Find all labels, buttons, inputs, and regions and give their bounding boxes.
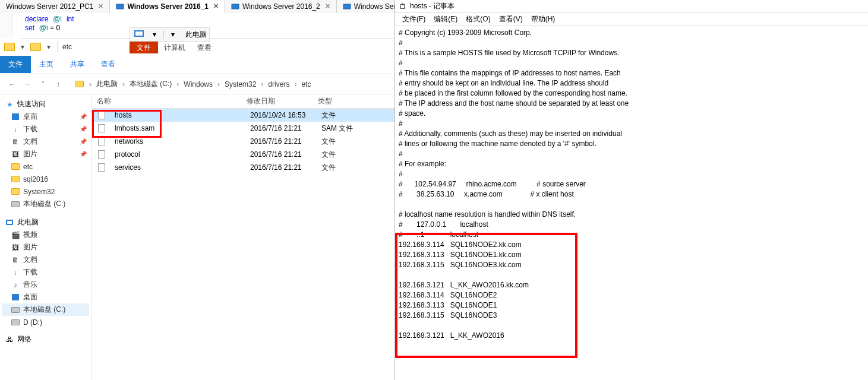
tab-view[interactable]: 查看 <box>191 42 217 53</box>
ribbon-file[interactable]: 文件 <box>0 56 31 73</box>
breadcrumb-item[interactable]: Windows <box>181 79 215 90</box>
desktop-icon <box>11 112 20 122</box>
sidebar-item[interactable]: 桌面 <box>2 291 89 303</box>
breadcrumb-item[interactable]: drivers <box>266 79 292 90</box>
close-icon[interactable]: ✕ <box>325 2 330 10</box>
label: 文档 <box>23 137 37 147</box>
sidebar-item[interactable]: 🖼图片 <box>2 241 89 254</box>
menu-help[interactable]: 帮助(H) <box>528 13 559 26</box>
ribbon-share[interactable]: 共享 <box>62 56 93 73</box>
sidebar-item[interactable]: ♪音乐 <box>2 278 89 291</box>
sidebar-quick-access[interactable]: ★快速访问 <box>2 98 89 110</box>
monitor-icon <box>5 218 14 227</box>
close-icon[interactable]: ✕ <box>213 2 219 10</box>
menu-file[interactable]: 文件(F) <box>399 13 429 26</box>
sidebar-item[interactable]: etc <box>2 160 89 173</box>
col-name[interactable]: 名称 <box>92 96 247 106</box>
pin-icon: 📌 <box>80 138 87 145</box>
svg-rect-2 <box>343 4 351 9</box>
vm-icon <box>116 2 124 11</box>
file-type: 文件 <box>321 150 369 160</box>
folder-icon[interactable] <box>29 40 43 53</box>
ribbon-view[interactable]: 查看 <box>93 56 124 73</box>
vm-tab[interactable]: Windows Server 2012_PC1 ✕ <box>0 0 110 13</box>
forward-button[interactable]: → <box>20 77 34 91</box>
sidebar-item[interactable]: 🖼图片📌 <box>2 148 89 160</box>
sidebar-this-pc[interactable]: 此电脑 <box>2 216 89 229</box>
notepad-menu: 文件(F) 编辑(E) 格式(O) 查看(V) 帮助(H) <box>395 13 868 26</box>
label: 音乐 <box>23 280 37 290</box>
editor-gutter <box>13 13 21 39</box>
sidebar-item[interactable]: System32 <box>2 185 89 198</box>
up-button[interactable]: ↑ <box>51 77 65 91</box>
chevron-right-icon[interactable]: › <box>121 80 126 88</box>
caret-icon[interactable]: ▾ <box>166 29 179 40</box>
file-name: services <box>110 163 250 172</box>
tab-file[interactable]: 文件 <box>130 42 158 53</box>
ribbon-home[interactable]: 主页 <box>31 56 62 73</box>
folder-icon <box>11 162 20 172</box>
breadcrumb-item[interactable]: System32 <box>222 79 258 90</box>
file-type: 文件 <box>321 163 369 173</box>
col-date[interactable]: 修改日期 <box>247 96 318 106</box>
back-button[interactable]: ← <box>5 77 19 91</box>
folder-icon[interactable] <box>2 40 17 53</box>
document-icon: 🗎 <box>11 255 20 265</box>
file-date: 2016/7/16 21:21 <box>250 163 321 172</box>
label: 本地磁盘 (C:) <box>23 199 65 209</box>
sidebar-item[interactable]: 桌面📌 <box>2 110 89 123</box>
sidebar-item[interactable]: sql2016 <box>2 173 89 185</box>
close-icon[interactable]: ✕ <box>98 2 103 10</box>
disk-icon <box>11 305 20 315</box>
explorer-quick-toolbar: ▾ ▾ 此电脑 <box>130 27 210 42</box>
sidebar-item[interactable]: 本地磁盘 (C:) <box>2 303 89 316</box>
file-icon <box>97 163 106 172</box>
file-date: 2016/7/16 21:21 <box>250 150 321 159</box>
recent-dropdown[interactable]: ˅ <box>36 77 50 91</box>
breadcrumb-item[interactable]: 此电脑 <box>94 78 120 90</box>
dropdown-icon[interactable]: ▾ <box>45 40 52 53</box>
svg-rect-3 <box>135 31 143 36</box>
sidebar-item[interactable]: ↓下载 <box>2 266 89 278</box>
chevron-right-icon[interactable]: › <box>88 80 93 88</box>
col-type[interactable]: 类型 <box>318 96 365 106</box>
breadcrumb-item[interactable]: etc <box>299 79 313 90</box>
chevron-right-icon[interactable]: › <box>260 80 264 88</box>
window-title: hosts - 记事本 <box>410 1 454 11</box>
menu-edit[interactable]: 编辑(E) <box>430 13 461 26</box>
breadcrumb-item[interactable]: 本地磁盘 (C:) <box>127 78 174 90</box>
vm-tab[interactable]: Windows Server 2016_2 ✕ <box>225 0 337 13</box>
chevron-right-icon[interactable]: › <box>293 80 298 88</box>
chevron-right-icon[interactable]: › <box>216 80 221 88</box>
tab-computer[interactable]: 计算机 <box>158 42 191 53</box>
label: 网络 <box>17 334 31 344</box>
tab-label: Windows Server 2016_1 <box>127 2 209 11</box>
sidebar-item[interactable]: D (D:) <box>2 316 89 328</box>
sidebar-network[interactable]: 🖧网络 <box>2 333 89 346</box>
sidebar-item[interactable]: 🗎文档 <box>2 254 89 266</box>
dropdown-icon[interactable]: ▾ <box>148 29 161 40</box>
vm-tab[interactable]: Windows Server 2016_1 ✕ <box>110 0 225 13</box>
file-type: SAM 文件 <box>321 124 369 134</box>
download-icon: ↓ <box>11 268 20 277</box>
download-icon: ↓ <box>11 125 20 134</box>
star-icon: ★ <box>5 100 14 109</box>
var: @i <box>39 24 48 32</box>
menu-format[interactable]: 格式(O) <box>462 13 494 26</box>
editor-margin <box>0 13 13 39</box>
monitor-icon[interactable] <box>132 29 146 40</box>
sidebar-item[interactable]: 🗎文档📌 <box>2 135 89 148</box>
chevron-right-icon[interactable]: › <box>175 80 180 88</box>
notepad-content[interactable]: # Copyright (c) 1993-2009 Microsoft Corp… <box>395 26 868 380</box>
editor-code[interactable]: declare @i int set @i = 0 <box>21 13 78 33</box>
sidebar-item[interactable]: 🎬视频 <box>2 229 89 241</box>
sidebar-item[interactable]: ↓下载📌 <box>2 123 89 135</box>
video-icon: 🎬 <box>11 230 20 240</box>
separator <box>57 42 58 52</box>
dropdown-icon[interactable]: ▾ <box>19 40 26 53</box>
sidebar-item[interactable]: 本地磁盘 (C:) <box>2 198 89 210</box>
folder-icon <box>11 187 20 197</box>
folder-icon <box>72 77 87 91</box>
disk-icon <box>11 200 20 209</box>
menu-view[interactable]: 查看(V) <box>495 13 526 26</box>
